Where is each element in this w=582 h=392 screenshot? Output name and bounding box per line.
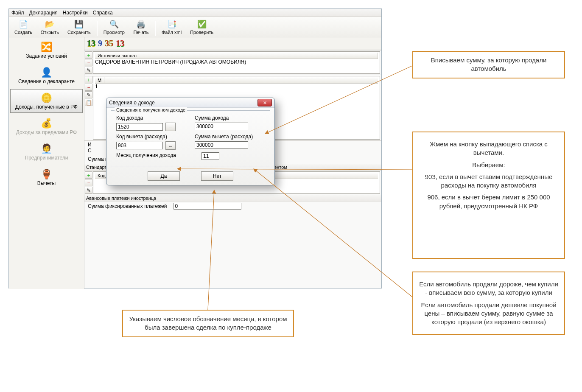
sources-list[interactable]: Источники выплат СИДОРОВ ВАЛЕНТИН ПЕТРОВ… — [93, 51, 380, 74]
add-agent-ded-button[interactable]: ＋ — [85, 171, 92, 179]
sidebar-label: Предприниматели — [25, 155, 68, 161]
tb-open[interactable]: 📂Открыть — [37, 18, 63, 36]
remove-income-button[interactable]: − — [85, 84, 92, 91]
xml-file-icon: 📑 — [167, 19, 177, 29]
conditions-icon: 🔀 — [40, 41, 53, 53]
income-sum-label: Сумма дохода — [195, 115, 265, 121]
menu-settings[interactable]: Настройки — [63, 10, 88, 16]
deductions-icon: 🏺 — [40, 168, 53, 180]
income-groupbox: Сведения о полученном доходе Код дохода … — [111, 110, 270, 166]
deduction-code-label: Код вычета (расхода) — [116, 134, 186, 140]
income-dialog: Сведения о доходе ✕ Сведения о полученно… — [106, 98, 275, 185]
menu-help[interactable]: Справка — [93, 10, 113, 16]
advance-panel: Авансовые платежи иностранца Сумма фикси… — [84, 195, 381, 211]
tb-xml[interactable]: 📑Файл xml — [158, 18, 185, 36]
rate-tab-35[interactable]: 35 — [105, 39, 113, 48]
coins-icon: 🪙 — [40, 92, 53, 104]
callout-line: Если автомобиль продали дороже, чем купи… — [419, 280, 558, 297]
dialog-close-button[interactable]: ✕ — [257, 99, 272, 106]
new-document-icon: 📄 — [18, 19, 28, 29]
col-month: М — [95, 77, 104, 83]
callout-deduction-sum: Если автомобиль продали дороже, чем купи… — [412, 272, 565, 335]
rate-tab-13-red[interactable]: 13 — [116, 39, 124, 48]
folder-open-icon: 📂 — [45, 19, 55, 29]
income-row-partial: 1 — [95, 84, 378, 90]
rate-tab-9[interactable]: 9 — [98, 39, 102, 48]
callout-line: 903, если в вычет ставим подтвержденные … — [419, 173, 558, 190]
remove-agent-ded-button[interactable]: − — [85, 179, 92, 186]
moneybag-icon: 💰 — [40, 118, 53, 129]
tb-create-label: Создать — [14, 30, 32, 35]
add-source-button[interactable]: ＋ — [85, 51, 92, 59]
sources-panel: ＋ − ✎ Источники выплат СИДОРОВ ВАЛЕНТИН … — [84, 50, 381, 75]
tb-print[interactable]: 🖨️Печать — [129, 18, 153, 36]
rate-tabs: 13 9 35 13 — [84, 37, 381, 50]
edit-agent-ded-button[interactable]: ✎ — [85, 187, 92, 194]
tb-preview[interactable]: 🔍Просмотр — [100, 18, 129, 36]
toolbar: 📄Создать 📂Открыть 💾Сохранить 🔍Просмотр 🖨… — [9, 17, 381, 37]
rate-tab-13-green[interactable]: 13 — [87, 39, 95, 48]
fixed-payments-label: Сумма фиксированных платежей — [88, 203, 167, 209]
check-icon: ✅ — [197, 19, 207, 29]
dialog-titlebar[interactable]: Сведения о доходе ✕ — [106, 98, 274, 108]
callout-line: Если автомобиль продали дешевле покупной… — [419, 301, 558, 327]
income-code-picker-button[interactable]: … — [165, 123, 176, 131]
callout-month: Указываем числовое обозначение месяца, в… — [122, 310, 294, 337]
callout-sum: Вписываем сумму, за которую продали авто… — [412, 51, 565, 78]
deduction-code-input[interactable] — [116, 142, 163, 149]
income-sum-input[interactable] — [195, 123, 248, 130]
dialog-no-button[interactable]: Нет — [201, 171, 233, 181]
tb-create[interactable]: 📄Создать — [11, 18, 36, 36]
sidebar-label: Доходы за пределами РФ — [16, 129, 77, 135]
month-input[interactable] — [201, 152, 219, 160]
sources-header: Источники выплат — [95, 53, 378, 59]
remove-source-button[interactable]: − — [85, 59, 92, 66]
add-income-button[interactable]: ＋ — [85, 76, 92, 83]
sidebar: 🔀Задание условий 👤Сведения о декларанте … — [9, 37, 84, 289]
sidebar-item-entrepreneurs: 🧑‍💼Предприниматели — [10, 140, 83, 164]
sidebar-item-declarant[interactable]: 👤Сведения о декларанте — [10, 64, 83, 87]
menubar: Файл Декларация Настройки Справка — [9, 9, 381, 17]
deduction-code-picker-button[interactable]: … — [165, 141, 176, 150]
tb-check-label: Проверить — [190, 30, 213, 35]
sidebar-label: Сведения о декларанте — [18, 78, 75, 84]
advance-header: Авансовые платежи иностранца — [84, 195, 381, 202]
tb-open-label: Открыть — [41, 30, 59, 35]
preview-icon: 🔍 — [109, 19, 119, 29]
income-code-input[interactable] — [116, 123, 163, 131]
tb-save-label: Сохранить — [67, 30, 91, 35]
copy-income-button[interactable]: 📋 — [85, 99, 92, 106]
tb-xml-label: Файл xml — [162, 30, 182, 35]
entrepreneur-icon: 🧑‍💼 — [40, 143, 53, 155]
tb-check[interactable]: ✅Проверить — [186, 18, 217, 36]
fixed-payments-input[interactable] — [173, 203, 241, 210]
sidebar-item-conditions[interactable]: 🔀Задание условий — [10, 38, 83, 62]
sidebar-label: Доходы, полученные в РФ — [15, 104, 78, 110]
menu-file[interactable]: Файл — [11, 10, 24, 16]
edit-source-button[interactable]: ✎ — [85, 67, 92, 74]
tb-print-label: Печать — [133, 30, 148, 35]
callout-line: Жмем на кнопку выпадающего списка с выче… — [419, 140, 558, 157]
sidebar-item-income-rf[interactable]: 🪙Доходы, полученные в РФ — [10, 89, 83, 113]
person-icon: 👤 — [40, 67, 53, 78]
sidebar-label: Задание условий — [26, 53, 67, 59]
deduction-sum-label: Сумма вычета (расхода) — [195, 134, 265, 140]
sidebar-item-deductions[interactable]: 🏺Вычеты — [10, 165, 83, 189]
toolbar-separator — [97, 21, 98, 36]
dialog-yes-button[interactable]: Да — [148, 171, 180, 181]
source-row[interactable]: СИДОРОВ ВАЛЕНТИН ПЕТРОВИЧ (ПРОДАЖА АВТОМ… — [95, 59, 378, 65]
menu-declaration[interactable]: Декларация — [29, 10, 58, 16]
dialog-title: Сведения о доходе — [109, 100, 155, 106]
deduction-sum-input[interactable] — [195, 141, 248, 149]
edit-income-button[interactable]: ✎ — [85, 91, 92, 98]
print-icon: 🖨️ — [136, 19, 146, 29]
month-label: Месяц получения дохода — [116, 152, 176, 158]
tb-preview-label: Просмотр — [104, 30, 125, 35]
groupbox-legend: Сведения о полученном доходе — [115, 107, 187, 112]
tb-save[interactable]: 💾Сохранить — [64, 18, 95, 36]
sidebar-item-income-abroad: 💰Доходы за пределами РФ — [10, 115, 83, 138]
callout-line: 906, если в вычет берем лимит в 250 000 … — [419, 193, 558, 210]
callout-line: Выбираем: — [419, 161, 558, 169]
sidebar-label: Вычеты — [37, 180, 56, 186]
income-code-label: Код дохода — [116, 115, 186, 121]
